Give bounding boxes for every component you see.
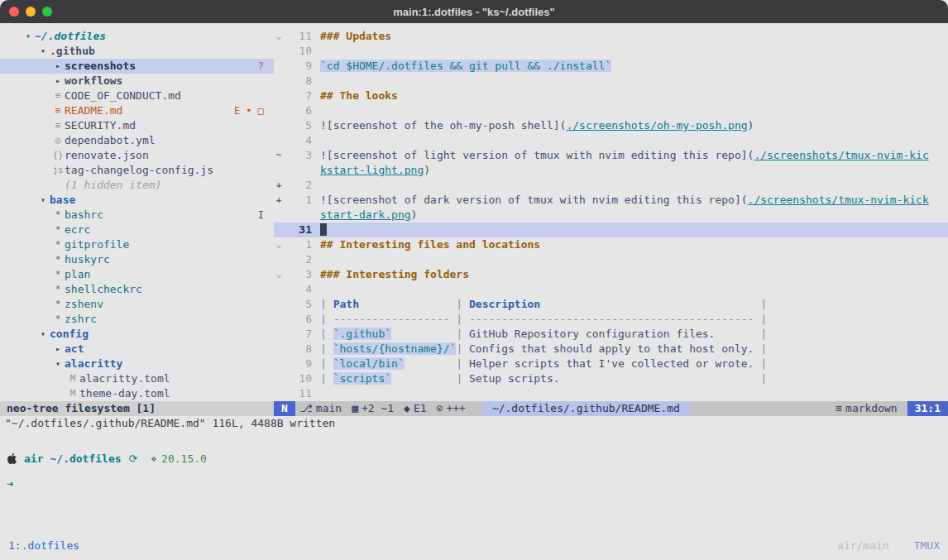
editor-pane[interactable]: ⌄11### Updates109`cd $HOME/.dotfiles && … (274, 29, 948, 401)
editor-line[interactable]: 8 (274, 74, 948, 89)
file-icon: ≡ (51, 89, 65, 103)
editor-line[interactable]: 5| Path | Description | (274, 297, 948, 312)
tree-item[interactable]: *zshrc (0, 312, 274, 327)
tree-item-label: README.md (65, 103, 122, 118)
editor-line[interactable]: 7## The looks (274, 89, 948, 103)
git-diff: ▦+2 ~1 (347, 401, 399, 416)
editor-line[interactable]: 10| `scripts` | Setup scripts. | (274, 371, 948, 386)
file-icon: * (51, 282, 65, 297)
close-button[interactable] (9, 7, 19, 17)
fold-icon: ⌄ (274, 29, 284, 44)
editor-line[interactable]: 4 (274, 133, 948, 148)
window-title: main:1:.dotfiles - "ks~/.dotfiles" (393, 6, 554, 18)
tree-item[interactable]: jstag-changelog-config.js (0, 163, 274, 178)
lsp-icon: ⊙ (437, 402, 443, 414)
file-icon: ≡ (51, 118, 65, 133)
file-icon: js (51, 163, 65, 178)
line-text: | `local/bin` | Helper scripts that I've… (312, 357, 767, 371)
shell-prompt: air ~/.dotfiles ⟳ ❖ 20.15.0 (7, 451, 948, 466)
tmux-pane-top: ▾~/.dotfiles▾.github▸screenshots?▸workfl… (0, 23, 948, 401)
editor-line[interactable]: 2 (274, 252, 948, 267)
gutter (274, 44, 284, 59)
traffic-lights (9, 7, 52, 17)
line-text (312, 223, 327, 237)
tree-item[interactable]: Mtheme-day.toml (0, 386, 274, 401)
folder-arrow-icon[interactable]: ▾ (36, 327, 50, 342)
line-number (284, 163, 312, 178)
line-number: 31 (284, 223, 312, 237)
gutter (274, 297, 284, 312)
editor-line[interactable]: start-dark.png) (274, 208, 948, 223)
statusline-filepath: ~/.dotfiles/.github/README.md (482, 401, 690, 416)
tree-item[interactable]: ▸screenshots? (0, 59, 274, 74)
tree-item[interactable]: ≡CODE_OF_CONDUCT.md (0, 89, 274, 103)
line-text: | `scripts` | Setup scripts. | (312, 371, 767, 386)
line-text: ## The looks (312, 89, 398, 103)
tree-item[interactable]: ▸act (0, 342, 274, 357)
editor-line[interactable]: 31 (274, 223, 948, 237)
tree-item[interactable]: ▾.github (0, 44, 274, 59)
line-text: | Path | Description | (312, 297, 767, 312)
editor-line[interactable]: 5![screenshot of the oh-my-posh shell](.… (274, 118, 948, 133)
editor-line[interactable]: +1![screenshot of dark version of tmux w… (274, 193, 948, 208)
tree-item[interactable]: ▾alacritty (0, 357, 274, 371)
editor-line[interactable]: ⌄3### Interesting folders (274, 267, 948, 282)
tree-item-label: (1 hidden item) (65, 178, 161, 193)
tree-item[interactable]: *bashrcI (0, 208, 274, 223)
tree-item[interactable]: *gitprofile (0, 237, 274, 252)
line-number: 10 (284, 371, 312, 386)
tmux-window-item[interactable]: 1:.dotfiles (8, 539, 79, 552)
editor-line[interactable]: 10 (274, 44, 948, 59)
folder-arrow-icon[interactable]: ▾ (36, 193, 50, 208)
editor-line[interactable]: 11 (274, 386, 948, 401)
tree-item[interactable]: ▾config (0, 327, 274, 342)
tree-item[interactable]: *plan (0, 267, 274, 282)
folder-arrow-icon[interactable]: ▸ (51, 59, 65, 74)
tree-item[interactable]: Malacritty.toml (0, 371, 274, 386)
line-text: | `.github` | GitHub Repository configur… (312, 327, 767, 342)
editor-line[interactable]: ⌄11### Updates (274, 29, 948, 44)
line-text: | ------------------ | -----------------… (312, 312, 767, 327)
folder-arrow-icon[interactable]: ▾ (36, 44, 50, 59)
tree-item-label: tag-changelog-config.js (65, 163, 213, 178)
neo-tree-panel: ▾~/.dotfiles▾.github▸screenshots?▸workfl… (0, 29, 274, 401)
minimize-button[interactable] (26, 7, 36, 17)
tmux-pane-shell[interactable]: air ~/.dotfiles ⟳ ❖ 20.15.0 ➜ (0, 431, 948, 530)
editor-line[interactable]: kstart-light.png) (274, 163, 948, 178)
editor-line[interactable]: ~3![screenshot of light version of tmux … (274, 148, 948, 163)
editor-line[interactable]: 9| `local/bin` | Helper scripts that I'v… (274, 357, 948, 371)
editor-line[interactable]: 6| ------------------ | ----------------… (274, 312, 948, 327)
folder-arrow-icon[interactable]: ▾ (22, 29, 35, 44)
tree-item[interactable]: *huskyrc (0, 252, 274, 267)
fullscreen-button[interactable] (42, 7, 52, 17)
editor-line[interactable]: 7| `.github` | GitHub Repository configu… (274, 327, 948, 342)
lsp-status: ⊙+++ (432, 401, 471, 416)
editor-line[interactable]: 9`cd $HOME/.dotfiles && git pull && ./in… (274, 59, 948, 74)
tree-item[interactable]: (1 hidden item) (0, 178, 274, 193)
editor-line[interactable]: +2 (274, 178, 948, 193)
tree-item[interactable]: ≡README.mdE • □ (0, 103, 274, 118)
mode-badge: N (274, 401, 295, 416)
folder-arrow-icon[interactable]: ▾ (51, 357, 65, 371)
diagnostics: ◆E1 (399, 401, 431, 416)
line-number: 8 (284, 74, 312, 89)
tree-item[interactable]: ◎dependabot.yml (0, 133, 274, 148)
tree-item[interactable]: *shellcheckrc (0, 282, 274, 297)
editor-line[interactable]: 4 (274, 282, 948, 297)
editor-line[interactable]: ⌄1## Interesting files and locations (274, 237, 948, 252)
tree-item[interactable]: ▾base (0, 193, 274, 208)
folder-arrow-icon[interactable]: ▸ (51, 74, 65, 89)
tree-item[interactable]: ≡SECURITY.md (0, 118, 274, 133)
tree-item[interactable]: ▾~/.dotfiles (0, 29, 274, 44)
gutter (274, 103, 284, 118)
tree-item[interactable]: {}renovate.json (0, 148, 274, 163)
fold-icon: ⌄ (274, 267, 284, 282)
editor-line[interactable]: 6 (274, 103, 948, 118)
tree-item[interactable]: *ecrc (0, 223, 274, 237)
tree-item[interactable]: *zshenv (0, 297, 274, 312)
editor-line[interactable]: 8| `hosts/{hostname}/`| Configs that sho… (274, 342, 948, 357)
tree-item[interactable]: ▸workflows (0, 74, 274, 89)
folder-arrow-icon[interactable]: ▸ (51, 342, 65, 357)
prompt-hostname: air (24, 452, 43, 465)
line-text (312, 252, 320, 267)
